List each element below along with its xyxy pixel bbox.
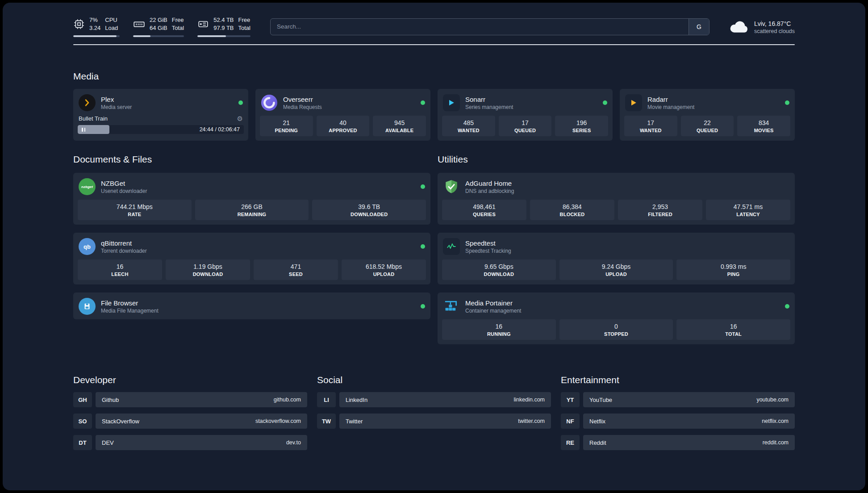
pause-icon[interactable]: [82, 128, 85, 132]
nzbget-icon: nzbget: [79, 178, 96, 195]
link-item[interactable]: LILinkedInlinkedin.com: [317, 392, 551, 407]
app-subtitle: Torrent downloader: [101, 248, 147, 254]
cpu-stat-row: 7% 3.24 CPU Load: [73, 16, 120, 32]
link-item[interactable]: GHGithubgithub.com: [73, 392, 307, 407]
plex-card-header: Plex Media server: [78, 93, 244, 111]
stat-tile: 47.571 msLATENCY: [706, 200, 790, 220]
radarr-card[interactable]: Radarr Movie management 17WANTED22QUEUED…: [620, 89, 795, 141]
status-dot-online: [785, 304, 789, 309]
disk-free-label: Free: [238, 16, 250, 24]
link-bar: YouTubeyoutube.com: [583, 392, 795, 407]
memory-stat: 22 GiB 64 GiB Free Total: [133, 16, 184, 37]
gear-icon[interactable]: ⚙: [237, 115, 243, 122]
stat-value: 16: [79, 263, 160, 270]
link-domain: linkedin.com: [514, 397, 545, 403]
stat-label: UPLOAD: [561, 272, 672, 277]
search-provider-button[interactable]: G: [689, 19, 709, 35]
link-domain: netflix.com: [762, 418, 789, 424]
section-heading-utilities: Utilities: [438, 154, 795, 165]
cpu-stat: 7% 3.24 CPU Load: [73, 16, 120, 37]
link-domain: youtube.com: [756, 397, 789, 403]
link-bar: Netflixnetflix.com: [583, 414, 795, 429]
link-bar: LinkedInlinkedin.com: [339, 392, 551, 407]
stat-label: UPLOAD: [343, 272, 424, 277]
developer-links-column: Developer GHGithubgithub.comSOStackOverf…: [73, 375, 307, 450]
stat-tiles: 498,461QUERIES86,384BLOCKED2,953FILTERED…: [442, 200, 790, 220]
now-playing-title: Bullet Train: [79, 115, 108, 122]
status-dot-online: [238, 100, 243, 105]
stat-tile: 744.21 MbpsRATE: [78, 200, 192, 220]
link-item[interactable]: YTYouTubeyoutube.com: [561, 392, 795, 407]
stat-tile: 196SERIES: [555, 116, 608, 136]
memory-free-value: 22 GiB: [150, 16, 167, 24]
stat-label: QUEUED: [501, 128, 550, 133]
weather-widget[interactable]: Lviv, 16.87°C scattered clouds: [729, 18, 795, 35]
link-item[interactable]: NFNetflixnetflix.com: [561, 414, 795, 429]
stat-tile: 2,953FILTERED: [618, 200, 702, 220]
stat-label: QUERIES: [444, 212, 525, 217]
app-title: Plex: [101, 96, 132, 103]
stat-value: 17: [626, 119, 676, 126]
link-bar: Twittertwitter.com: [339, 414, 551, 429]
app-subtitle: Media File Management: [101, 308, 159, 314]
stat-tiles: 744.21 MbpsRATE266 GBREMAINING39.6 TBDOW…: [78, 200, 426, 220]
app-subtitle: Media Requests: [283, 104, 322, 110]
link-domain: twitter.com: [518, 418, 545, 424]
search-input[interactable]: [271, 19, 689, 35]
link-item[interactable]: DTDEVdev.to: [73, 435, 307, 450]
overseerr-card[interactable]: Overseerr Media Requests 21PENDING40APPR…: [255, 89, 430, 141]
overseerr-meta: Overseerr Media Requests: [283, 96, 322, 110]
stat-value: 0: [561, 323, 672, 330]
playback-progress-fill: [78, 125, 109, 134]
nzbget-card[interactable]: nzbget NZBGet Usenet downloader 744.21 M…: [73, 173, 430, 225]
app-title: NZBGet: [101, 180, 147, 187]
plex-meta: Plex Media server: [101, 96, 132, 110]
speedtest-card[interactable]: Speedtest Speedtest Tracking 9.65 GbpsDO…: [438, 233, 795, 284]
speedtest-meta: Speedtest Speedtest Tracking: [465, 239, 511, 254]
app-subtitle: DNS and adblocking: [465, 188, 514, 194]
plex-now-playing-row: Bullet Train ⚙: [78, 115, 244, 122]
disk-total-label: Total: [238, 24, 250, 32]
stat-label: REMAINING: [197, 212, 307, 217]
stat-tiles: 9.65 GbpsDOWNLOAD9.24 GbpsUPLOAD0.993 ms…: [442, 259, 790, 280]
stat-tile: 485WANTED: [442, 116, 495, 136]
overseerr-icon: [261, 94, 278, 111]
link-item[interactable]: TWTwittertwitter.com: [317, 414, 551, 429]
stat-tile: 16LEECH: [78, 259, 162, 280]
disk-icon: [197, 18, 209, 30]
sonarr-card[interactable]: Sonarr Series management 485WANTED17QUEU…: [438, 89, 613, 141]
developer-link-list: GHGithubgithub.comSOStackOverflowstackov…: [73, 392, 307, 450]
memory-values: 22 GiB 64 GiB: [150, 16, 167, 32]
cpu-load-label: Load: [105, 24, 118, 32]
link-item[interactable]: SOStackOverflowstackoverflow.com: [73, 414, 307, 429]
disk-stat-row: 52.4 TB 97.9 TB Free Total: [197, 16, 250, 32]
plex-card[interactable]: Plex Media server Bullet Train ⚙ 24:44: [73, 89, 248, 141]
stat-tile: 1.19 GbpsDOWNLOAD: [166, 259, 250, 280]
stat-tile: 9.65 GbpsDOWNLOAD: [442, 259, 556, 280]
qbittorrent-card[interactable]: qb qBittorrent Torrent downloader 16LEEC…: [73, 233, 430, 284]
stat-label: PING: [678, 272, 789, 277]
stat-tile: 618.52 MbpsUPLOAD: [342, 259, 426, 280]
playback-progress-bar[interactable]: 24:44 / 02:06:47: [78, 125, 244, 134]
link-abbrev: RE: [561, 435, 580, 450]
adguard-card[interactable]: AdGuard Home DNS and adblocking 498,461Q…: [438, 173, 795, 225]
portainer-card-header: Media Portainer Container management: [442, 297, 790, 315]
stat-label: DOWNLOAD: [167, 272, 248, 277]
stat-label: DOWNLOADED: [314, 212, 424, 217]
disk-free-value: 52.4 TB: [213, 16, 234, 24]
portainer-card[interactable]: Media Portainer Container management 16R…: [438, 292, 795, 344]
filebrowser-card[interactable]: File Browser Media File Management: [73, 292, 430, 319]
topbar: 7% 3.24 CPU Load: [73, 16, 795, 37]
section-heading-documents: Documents & Files: [73, 154, 430, 165]
bookmarks-grid: Developer GHGithubgithub.comSOStackOverf…: [73, 375, 795, 466]
stat-tile: 17QUEUED: [499, 116, 552, 136]
stat-value: 485: [444, 119, 493, 126]
middle-grid: Documents & Files nzbget NZBGet Usenet d…: [73, 154, 795, 344]
stat-label: QUEUED: [683, 128, 732, 133]
stat-label: WANTED: [444, 128, 493, 133]
link-item[interactable]: RERedditreddit.com: [561, 435, 795, 450]
disk-progress-track: [197, 35, 250, 37]
link-name: Github: [102, 397, 119, 403]
weather-condition: scattered clouds: [754, 28, 795, 34]
link-bar: Redditreddit.com: [583, 435, 795, 450]
